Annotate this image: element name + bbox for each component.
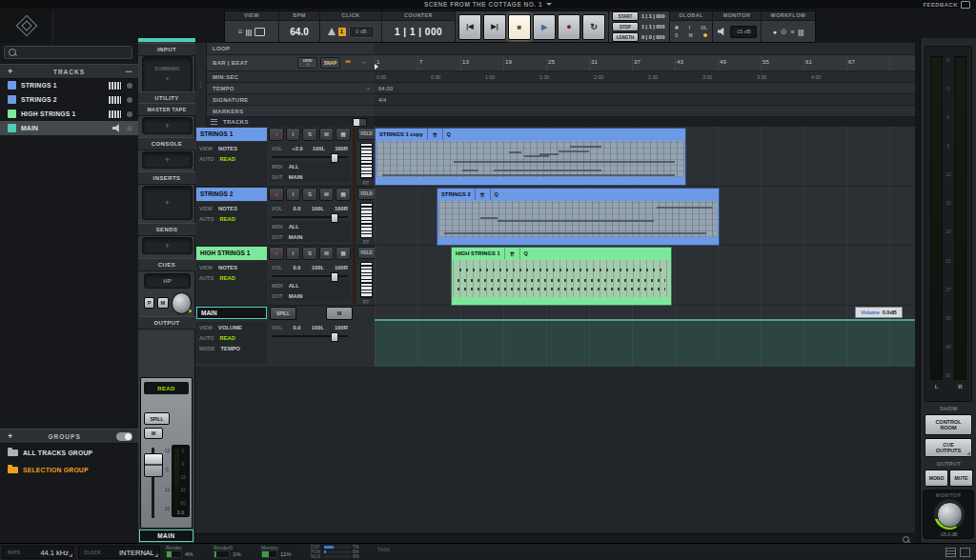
input-section-header[interactable]: INPUT bbox=[138, 43, 195, 56]
view-mode-value[interactable]: NOTES bbox=[218, 265, 237, 270]
global-overload-toggle[interactable]: OL bbox=[701, 25, 707, 30]
input-monitor-button[interactable]: I bbox=[286, 128, 301, 141]
track-height-toggle[interactable] bbox=[353, 118, 367, 127]
automation-mode-button[interactable]: READ bbox=[144, 382, 189, 394]
tracks-menu-button[interactable]: ••• bbox=[126, 69, 132, 74]
track-state-dot[interactable] bbox=[127, 83, 132, 89]
markers-lane[interactable] bbox=[375, 106, 915, 117]
cue-pre-button[interactable]: P bbox=[144, 297, 154, 309]
global-input-toggle[interactable]: I bbox=[689, 25, 690, 30]
midi-input-value[interactable]: ALL bbox=[289, 224, 299, 230]
volume-automation-lane[interactable] bbox=[375, 319, 915, 367]
track-list-item[interactable]: STRINGS 1 bbox=[0, 78, 138, 92]
midi-input-value[interactable]: ALL bbox=[289, 164, 299, 170]
tempo-lane-label[interactable]: TEMPO > bbox=[207, 83, 375, 94]
transpose-icon[interactable]: ⇈ bbox=[475, 189, 490, 200]
ruler-drag-handle[interactable]: ⋮ bbox=[195, 43, 207, 127]
transpose-icon[interactable]: ⇈ bbox=[504, 248, 519, 259]
track-name-bar[interactable]: MAIN bbox=[196, 307, 267, 319]
clock-source-box[interactable]: CLOCK INTERNAL bbox=[78, 546, 160, 559]
start-value[interactable]: 1 | 1 | 000 bbox=[641, 13, 664, 19]
main-mute-button[interactable]: M bbox=[326, 307, 353, 320]
workflow-record-icon[interactable]: ● bbox=[773, 29, 777, 35]
min-sec-lane[interactable]: 0:00 0:30 1:00 1:30 2:00 2:30 3:00 3:30 … bbox=[375, 71, 915, 83]
horizontal-scrollbar[interactable] bbox=[195, 533, 915, 543]
volume-slider[interactable] bbox=[272, 156, 348, 158]
speaker-icon[interactable] bbox=[718, 28, 727, 36]
strip-track-name[interactable]: MAIN bbox=[139, 530, 193, 542]
output-value[interactable]: MAIN bbox=[289, 293, 303, 299]
cue-outputs-button[interactable]: CUE OUTPUTS bbox=[925, 438, 972, 457]
control-room-button[interactable]: CONTROL ROOM bbox=[925, 414, 972, 435]
zoom-icon[interactable] bbox=[903, 536, 909, 543]
fader-cap[interactable] bbox=[144, 453, 163, 477]
automation-mode-value[interactable]: READ bbox=[219, 216, 234, 222]
global-solo-toggle[interactable]: S bbox=[675, 32, 678, 38]
pan-left-value[interactable]: 100L bbox=[312, 325, 324, 330]
volume-slider-handle[interactable] bbox=[331, 213, 338, 223]
view-mode-value[interactable]: NOTES bbox=[218, 206, 237, 211]
mini-keyboard[interactable] bbox=[360, 143, 373, 179]
automation-mode-value[interactable]: READ bbox=[219, 156, 234, 162]
metronome-icon[interactable] bbox=[328, 28, 336, 35]
instrument-editor-button[interactable]: ▤ bbox=[336, 188, 351, 201]
cue-level-knob[interactable] bbox=[172, 292, 192, 314]
quantize-icon[interactable]: Q bbox=[442, 129, 455, 140]
search-box[interactable] bbox=[4, 46, 132, 59]
solo-button[interactable]: S bbox=[302, 188, 317, 201]
midi-clip[interactable]: STRINGS 1 copy ⇈ Q bbox=[375, 128, 686, 186]
track-list-item-selected[interactable]: MAIN bbox=[0, 121, 138, 135]
panel-grid-icon[interactable] bbox=[960, 548, 970, 557]
arrangement[interactable]: STRINGS 1 copy ⇈ Q STRINGS 2 ⇈ bbox=[375, 127, 915, 367]
panel-layout-icon[interactable] bbox=[946, 548, 956, 557]
counter-value[interactable]: 1 | 1 | 000 bbox=[395, 27, 442, 37]
automation-mode-value[interactable]: READ bbox=[219, 275, 234, 281]
click-level-display[interactable]: 0 dB bbox=[349, 26, 375, 38]
global-dot-icon[interactable] bbox=[675, 26, 679, 30]
tempo-mode-value[interactable]: TEMPO bbox=[221, 346, 241, 351]
workflow-target-icon[interactable]: ◎ bbox=[781, 28, 786, 35]
fit-button[interactable]: FIT bbox=[357, 181, 375, 186]
pan-right-value[interactable]: 100R bbox=[335, 206, 348, 211]
volume-slider[interactable] bbox=[272, 275, 348, 277]
loop-lane[interactable] bbox=[375, 43, 915, 55]
record-button[interactable]: ● bbox=[558, 14, 580, 40]
group-list-item-selected[interactable]: SELECTION GROUP bbox=[0, 462, 138, 477]
volume-slider-handle[interactable] bbox=[331, 332, 338, 342]
mini-keyboard[interactable] bbox=[360, 203, 373, 238]
tracks-lane-label[interactable]: TRACKS bbox=[207, 117, 375, 127]
track-header[interactable]: STRINGS 2 ● I S M ▤ VIEWNOTES AUTOREAD V… bbox=[195, 187, 375, 246]
monitor-knob[interactable] bbox=[934, 499, 965, 530]
cpu-meters[interactable]: DSP 7% PGM 6% MLM 0% bbox=[311, 545, 368, 560]
bar-beat-lane-label[interactable]: BAR | BEAT GRID /4 SNAP ∞ → bbox=[207, 55, 375, 71]
transpose-icon[interactable]: ⇈ bbox=[427, 129, 442, 140]
sends-slot[interactable]: + bbox=[142, 237, 193, 254]
grid-button[interactable]: GRID /4 bbox=[297, 57, 317, 69]
track-list-item[interactable]: HIGH STRINGS 1 bbox=[0, 107, 138, 121]
mute-output-button[interactable]: MUTE bbox=[949, 470, 973, 487]
feedback-link[interactable]: FEEDBACK bbox=[923, 2, 958, 8]
volume-value[interactable]: 0.0 bbox=[293, 206, 300, 211]
track-state-dot[interactable] bbox=[127, 97, 132, 103]
loop-button[interactable]: ↻ bbox=[582, 14, 605, 40]
track-name-bar[interactable]: STRINGS 1 bbox=[196, 128, 267, 141]
mini-keyboard[interactable] bbox=[360, 262, 373, 298]
volume-value[interactable]: 0.0 bbox=[293, 325, 300, 330]
feedback-icon[interactable] bbox=[961, 1, 970, 9]
monitor-level-display[interactable]: -15 dB bbox=[730, 26, 757, 38]
volume-value[interactable]: 0.0 bbox=[293, 265, 300, 270]
input-monitor-button[interactable]: I bbox=[286, 247, 301, 260]
fit-button[interactable]: FIT bbox=[357, 240, 375, 245]
record-arm-button[interactable]: ● bbox=[269, 188, 284, 201]
meter-peak-value[interactable]: 0.0 bbox=[173, 510, 189, 515]
workflow-list-icon[interactable]: ≡ bbox=[790, 29, 794, 35]
signature-lane-label[interactable]: SIGNATURE bbox=[207, 94, 375, 106]
link-icon[interactable]: ∞ bbox=[345, 57, 351, 66]
volume-slider-handle[interactable] bbox=[331, 272, 338, 282]
markers-lane-label[interactable]: MARKERS bbox=[207, 106, 375, 117]
length-value[interactable]: 0 | 0 | 000 bbox=[641, 34, 664, 40]
input-summing-slot[interactable]: SUMMING + bbox=[142, 56, 193, 92]
tempo-lane[interactable]: 64.00 bbox=[375, 83, 915, 94]
title-dropdown-icon[interactable] bbox=[546, 3, 552, 6]
instrument-editor-button[interactable]: ▤ bbox=[336, 247, 351, 260]
